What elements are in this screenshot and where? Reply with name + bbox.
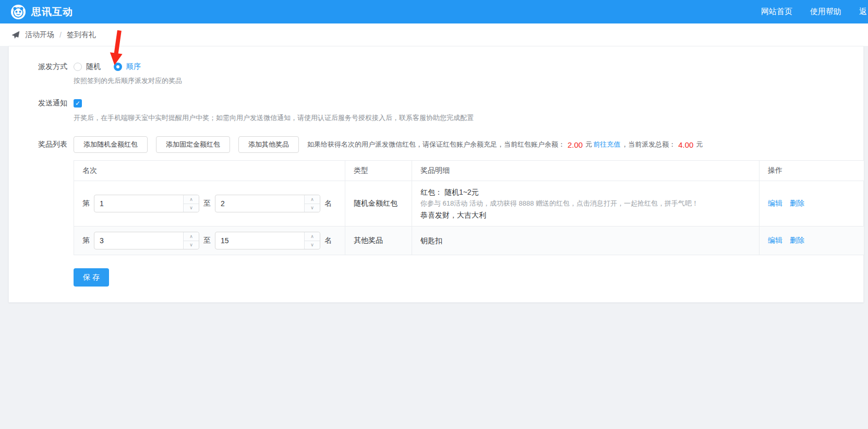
radio-sequence-label[interactable]: 顺序 xyxy=(126,62,141,72)
rank-to-field-row2[interactable] xyxy=(215,232,300,249)
stepper-up-icon[interactable]: ∧ xyxy=(305,195,320,204)
prize-detail-desc-row1: 你参与 618活动 活动，成功获得 8888 赠送的红包，点击消息打开，一起抢红… xyxy=(420,198,751,209)
stepper-row2-from[interactable]: ∧ ∨ xyxy=(183,232,199,249)
notify-label: 发送通知 xyxy=(9,99,67,108)
panda-logo-icon xyxy=(10,4,26,20)
rank-to-input-row2[interactable]: ∧ ∨ xyxy=(215,232,320,249)
brand: 思讯互动 xyxy=(10,4,73,20)
stepper-up-icon[interactable]: ∧ xyxy=(184,195,199,204)
save-button[interactable]: 保 存 xyxy=(74,268,109,287)
prize-row-1: 第 ∧ ∨ 至 ∧ xyxy=(74,181,864,227)
delete-link-row1[interactable]: 删除 xyxy=(790,199,804,207)
prize-type-row2: 其他奖品 xyxy=(345,227,412,255)
stepper-down-icon[interactable]: ∨ xyxy=(305,204,320,212)
nav-return-truncated[interactable]: 返 xyxy=(859,7,867,17)
brand-name: 思讯互动 xyxy=(31,5,73,19)
breadcrumb-item-activity[interactable]: 活动开场 xyxy=(25,30,54,40)
rank-suffix: 名 xyxy=(324,199,332,208)
stepper-row2-to[interactable]: ∧ ∨ xyxy=(304,232,320,249)
col-header-rank: 名次 xyxy=(74,161,345,181)
breadcrumb-item-signin-gift[interactable]: 签到有礼 xyxy=(67,30,96,40)
rank-prefix: 第 xyxy=(82,199,90,208)
prize-table: 名次 类型 奖品明细 操作 第 ∧ ∨ xyxy=(74,160,864,255)
stepper-up-icon[interactable]: ∧ xyxy=(305,232,320,241)
total-unit: 元 xyxy=(696,140,703,149)
breadcrumb: 活动开场 / 签到有礼 xyxy=(0,23,868,46)
stepper-down-icon[interactable]: ∨ xyxy=(184,241,199,249)
top-header-bar: 思讯互动 网站首页 使用帮助 返 xyxy=(0,0,868,23)
edit-link-row2[interactable]: 编辑 xyxy=(768,236,782,244)
stepper-row1-from[interactable]: ∧ ∨ xyxy=(183,195,199,212)
dispatch-method-label: 派发方式 xyxy=(9,62,67,72)
notify-checkbox[interactable]: ✓ xyxy=(74,99,82,108)
stepper-down-icon[interactable]: ∨ xyxy=(305,241,320,249)
prize-detail-wish-row1: 恭喜发财，大吉大利 xyxy=(420,209,751,221)
stepper-up-icon[interactable]: ∧ xyxy=(184,232,199,241)
rank-from-field-row2[interactable] xyxy=(94,232,179,249)
prize-type-row1: 随机金额红包 xyxy=(345,181,412,227)
prize-detail-title-row1: 红包： 随机1~2元 xyxy=(420,186,751,198)
prize-row-2: 第 ∧ ∨ 至 ∧ xyxy=(74,227,864,255)
recharge-link[interactable]: 前往充值 xyxy=(593,140,620,149)
balance-amount: 2.00 xyxy=(568,140,583,149)
balance-note: 如果给获得名次的用户派发微信红包，请保证红包账户余额充足，当前红包账户余额： 2… xyxy=(307,140,703,149)
rank-from-field-row1[interactable] xyxy=(94,195,179,212)
balance-note-prefix: 如果给获得名次的用户派发微信红包，请保证红包账户余额充足，当前红包账户余额： xyxy=(307,140,565,149)
rank-middle: 至 xyxy=(203,199,211,208)
prize-list-row: 奖品列表 添加随机金额红包 添加固定金额红包 添加其他奖品 如果给获得名次的用户… xyxy=(9,136,863,153)
edit-link-row1[interactable]: 编辑 xyxy=(768,199,782,207)
stepper-down-icon[interactable]: ∨ xyxy=(184,204,199,212)
settings-card: 派发方式 随机 顺序 按照签到的先后顺序派发对应的奖品 发送通知 ✓ 开奖后，在… xyxy=(8,46,864,303)
top-nav: 网站首页 使用帮助 返 xyxy=(761,7,868,17)
add-other-prize-button[interactable]: 添加其他奖品 xyxy=(238,136,299,153)
rank-suffix: 名 xyxy=(324,236,332,245)
delete-link-row2[interactable]: 删除 xyxy=(790,236,804,244)
nav-site-home[interactable]: 网站首页 xyxy=(761,7,792,17)
prize-list-label: 奖品列表 xyxy=(9,140,67,149)
rank-to-field-row1[interactable] xyxy=(215,195,300,212)
col-header-type: 类型 xyxy=(345,161,412,181)
notify-row: 发送通知 ✓ xyxy=(9,99,863,108)
dispatch-help-text: 按照签到的先后顺序派发对应的奖品 xyxy=(74,76,863,86)
rank-middle: 至 xyxy=(203,236,211,245)
balance-unit: 元 xyxy=(585,140,592,149)
stepper-row1-to[interactable]: ∧ ∨ xyxy=(304,195,320,212)
total-dispatch-amount: 4.00 xyxy=(678,140,693,149)
balance-note-middle: ，当前派发总额： xyxy=(621,140,676,149)
prize-detail-title-row2: 钥匙扣 xyxy=(420,235,751,246)
col-header-detail: 奖品明细 xyxy=(412,161,760,181)
rank-from-input-row1[interactable]: ∧ ∨ xyxy=(94,195,199,212)
add-random-redpacket-button[interactable]: 添加随机金额红包 xyxy=(74,136,148,153)
add-fixed-redpacket-button[interactable]: 添加固定金额红包 xyxy=(156,136,230,153)
radio-random-label[interactable]: 随机 xyxy=(86,62,101,72)
radio-random[interactable] xyxy=(74,63,82,71)
radio-sequence[interactable] xyxy=(114,63,122,71)
rank-prefix: 第 xyxy=(82,236,90,245)
breadcrumb-separator: / xyxy=(59,31,62,39)
notify-help-text: 开奖后，在手机端聊天室中实时提醒用户中奖；如需向用户发送微信通知，请使用认证后服… xyxy=(74,113,863,123)
nav-help[interactable]: 使用帮助 xyxy=(810,7,841,17)
send-plane-icon xyxy=(11,31,20,39)
rank-to-input-row1[interactable]: ∧ ∨ xyxy=(215,195,320,212)
prize-table-header-row: 名次 类型 奖品明细 操作 xyxy=(74,161,864,181)
dispatch-method-row: 派发方式 随机 顺序 xyxy=(9,62,863,72)
rank-from-input-row2[interactable]: ∧ ∨ xyxy=(94,232,199,249)
col-header-actions: 操作 xyxy=(760,161,864,181)
